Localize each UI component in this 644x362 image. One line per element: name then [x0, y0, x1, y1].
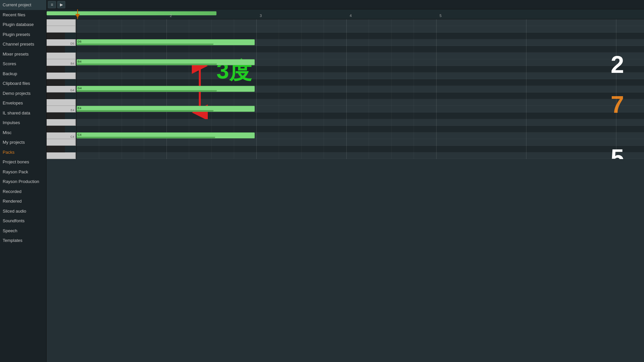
grid-row-bb3: [77, 146, 644, 152]
sidebar-item-plugin-database[interactable]: Plugin database: [0, 20, 46, 30]
midi-note-c4[interactable]: C4: [77, 132, 255, 138]
sidebar-item-my-projects[interactable]: My projects: [0, 137, 46, 147]
piano-key-bb4[interactable]: [47, 66, 65, 73]
sidebar-item-demo-projects[interactable]: Demo projects: [0, 89, 46, 98]
vertical-sub-line: [391, 19, 392, 159]
timeline-marker-5: 5: [440, 14, 442, 18]
grid-row-f4: [77, 99, 644, 106]
sidebar-item-clipboard-files[interactable]: Clipboard files: [0, 79, 46, 89]
sidebar-item-rayson-production[interactable]: Rayson Production: [0, 177, 46, 187]
midi-note-d5[interactable]: D5: [77, 39, 255, 45]
sidebar-item-speech[interactable]: Speech: [0, 226, 46, 236]
grid-row-ab4: [77, 79, 644, 86]
grid-row-bb4: [77, 66, 644, 73]
sidebar-item-scores[interactable]: Scores: [0, 59, 46, 69]
piano-key-d4[interactable]: [47, 119, 76, 126]
piano-roll-area: D5B4G4E4C4 D5B4G4E4C4: [47, 19, 644, 362]
grid-row-eb4: [77, 112, 644, 119]
sidebar-item-envelopes[interactable]: Envelopes: [0, 98, 46, 108]
timeline-header: 2 3 4 5: [47, 9, 644, 19]
toolbar-btn-2[interactable]: ▶: [57, 1, 65, 8]
sidebar-item-rayson-pack[interactable]: Rayson Pack: [0, 167, 46, 177]
timeline-marker-3: 3: [260, 14, 262, 18]
sidebar-item-impulses[interactable]: Impulses: [0, 118, 46, 128]
vertical-beat-line: [436, 19, 437, 159]
grid-row-a3: [77, 152, 644, 159]
piano-key-b3[interactable]: [47, 139, 76, 146]
piano-key-a3[interactable]: [47, 152, 76, 159]
grid-row-db4: [77, 126, 644, 132]
grid-row-gb4: [77, 92, 644, 99]
midi-note-g4[interactable]: G4: [77, 86, 255, 92]
grid-area[interactable]: D5B4G4E4C4 3度: [77, 19, 644, 159]
grid-row-e5: [77, 26, 644, 33]
vertical-sub-line: [369, 19, 369, 159]
piano-key-eb5[interactable]: [47, 33, 65, 39]
vertical-sub-line: [279, 19, 279, 159]
note-velocity-bar: [77, 64, 217, 65]
sidebar-item-mixer-presets[interactable]: Mixer presets: [0, 49, 46, 59]
sidebar-item-packs[interactable]: Packs: [0, 147, 46, 157]
piano-key-b4[interactable]: B4: [47, 59, 76, 66]
piano-key-e5[interactable]: [47, 26, 76, 33]
piano-key-bb3[interactable]: [47, 146, 65, 152]
vertical-beat-line: [526, 19, 526, 159]
vertical-beat-line: [346, 19, 347, 159]
piano-key-ab4[interactable]: [47, 79, 65, 86]
piano-key-f5[interactable]: [47, 19, 76, 26]
vertical-beat-line: [256, 19, 257, 159]
sidebar-item-current-project[interactable]: Current project: [0, 0, 46, 10]
playhead-line: [77, 9, 78, 19]
sidebar-item-sliced-audio[interactable]: Sliced audio: [0, 206, 46, 216]
timeline-marker-4: 4: [350, 14, 352, 18]
sidebar-item-channel-presets[interactable]: Channel presets: [0, 39, 46, 49]
sidebar-item-recorded[interactable]: Recorded: [0, 187, 46, 197]
note-velocity-bar: [77, 44, 213, 45]
piano-key-a4[interactable]: [47, 73, 76, 79]
sidebar-item-recent-files[interactable]: Recent files: [0, 10, 46, 20]
piano-key-e4[interactable]: E4: [47, 106, 76, 112]
note-label-b4: B4: [78, 60, 82, 63]
grid-row-a4: [77, 73, 644, 79]
vertical-sub-line: [414, 19, 414, 159]
main-area: ≡ ▶ 2 3 4 5 D5B4G4E4C4 D5B4G4E4C4: [47, 0, 644, 362]
piano-key-db4[interactable]: [47, 126, 65, 132]
sidebar-item-plugin-presets[interactable]: Plugin presets: [0, 30, 46, 40]
note-velocity-bar: [77, 90, 217, 91]
sidebar-item-project-bones[interactable]: Project bones: [0, 157, 46, 167]
grid-row-c5: [77, 53, 644, 59]
grid-row-b3: [77, 139, 644, 146]
sidebar: Current project Recent files Plugin data…: [0, 0, 47, 362]
sidebar-item-backup[interactable]: Backup: [0, 69, 46, 79]
top-toolbar: ≡ ▶: [47, 0, 644, 9]
timeline-marker-2: 2: [170, 14, 172, 18]
sidebar-item-soundfonts[interactable]: Soundfonts: [0, 216, 46, 226]
note-velocity-bar: [77, 110, 213, 111]
note-label-e4: E4: [78, 106, 81, 110]
piano-key-c4[interactable]: C4: [47, 132, 76, 139]
piano-key-g4[interactable]: G4: [47, 86, 76, 92]
sidebar-item-templates[interactable]: Templates: [0, 236, 46, 246]
sidebar-item-misc[interactable]: Misc: [0, 128, 46, 138]
timeline-progress-bar: [47, 11, 216, 15]
grid-row-db5: [77, 46, 644, 53]
grid-row-d4: [77, 119, 644, 126]
piano-key-eb4[interactable]: [47, 112, 65, 119]
piano-key-f4[interactable]: [47, 99, 76, 106]
sidebar-item-il-shared-data[interactable]: IL shared data: [0, 108, 46, 118]
vertical-sub-line: [301, 19, 302, 159]
sidebar-item-rendered[interactable]: Rendered: [0, 196, 46, 206]
vertical-beat-line: [616, 19, 616, 159]
piano-key-db5[interactable]: [47, 46, 65, 53]
piano-key-c5[interactable]: [47, 53, 76, 59]
midi-note-e4[interactable]: E4: [77, 106, 255, 112]
midi-note-b4[interactable]: B4: [77, 59, 255, 65]
note-velocity-bar: [77, 137, 215, 138]
toolbar-btn-1[interactable]: ≡: [48, 1, 56, 8]
grid-row-f5: [77, 19, 644, 26]
piano-keys: D5B4G4E4C4: [47, 19, 77, 159]
piano-key-d5[interactable]: D5: [47, 39, 76, 46]
piano-key-gb4[interactable]: [47, 92, 65, 99]
playhead-arrow: [75, 14, 80, 18]
note-label-c4: C4: [78, 133, 82, 136]
